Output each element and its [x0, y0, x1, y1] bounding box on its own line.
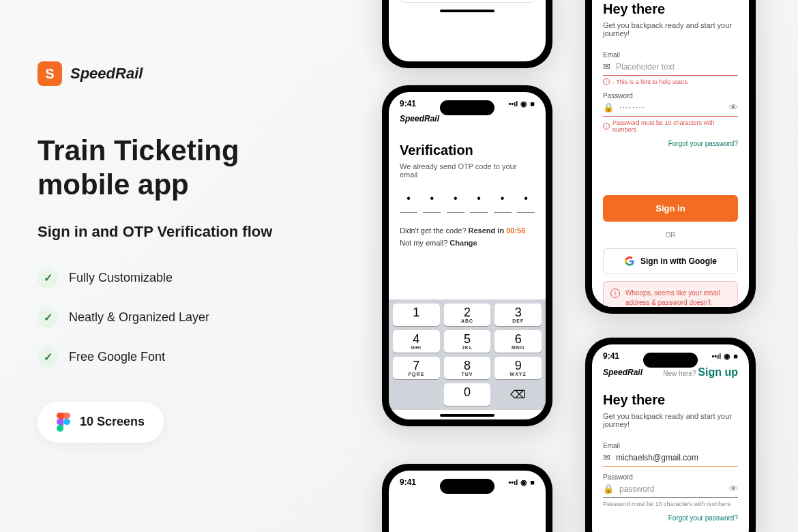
otp-digit[interactable]: • [517, 192, 535, 213]
feature-item: ✓ Free Google Font [38, 347, 338, 368]
alert-icon: ! [610, 289, 620, 298]
email-field[interactable]: ✉ michaelsh@gmail.com [603, 452, 738, 467]
check-icon: ✓ [38, 308, 58, 328]
forgot-password-link[interactable]: Forgot your password? [603, 514, 738, 522]
keypad-key-7[interactable]: 7PQRS [393, 357, 440, 379]
otp-digit[interactable]: • [400, 192, 417, 213]
eye-off-icon[interactable]: 👁 [729, 102, 738, 113]
logo-text: SpeedRail [70, 65, 143, 83]
check-icon: ✓ [38, 347, 58, 368]
otp-digit[interactable]: • [494, 192, 512, 213]
keypad-key-1[interactable]: 1 [393, 304, 440, 326]
google-icon [624, 256, 635, 267]
logo-badge: S [38, 61, 62, 86]
home-indicator [440, 10, 494, 12]
lock-icon: 🔒 [603, 102, 614, 113]
keypad-key-2[interactable]: 2ABC [444, 304, 491, 326]
otp-digit[interactable]: • [447, 192, 464, 213]
password-label: Password [603, 92, 738, 100]
keypad-key-6[interactable]: 6MNO [494, 330, 542, 353]
resend-text: Didn't get the code? Resend in 00:56 [400, 226, 535, 235]
keypad-key-3[interactable]: 3DEF [494, 304, 542, 326]
keypad-key-4[interactable]: 4GHI [393, 330, 440, 353]
feature-item: ✓ Fully Customizable [38, 268, 338, 289]
wifi-icon: ◉ [520, 100, 527, 108]
keypad-key-8[interactable]: 8TUV [444, 357, 491, 379]
backspace-key[interactable]: ⌫ [494, 383, 542, 406]
verification-subtitle: We already send OTP code to your email [400, 162, 535, 179]
email-label: Email [603, 51, 738, 59]
password-hint: Password must be 10 characters with numb… [603, 501, 738, 507]
change-email-text: Not my email? Change [400, 239, 535, 247]
email-hint: !- This is a hint to help users [603, 78, 738, 85]
password-label: Password [603, 473, 738, 481]
mail-icon: ✉ [603, 61, 610, 72]
password-field[interactable]: 🔒 password 👁 [603, 484, 738, 498]
signin-subtitle: Get you backpack ready and start your jo… [603, 412, 738, 428]
app-brand: SpeedRail [603, 368, 642, 377]
lock-icon: 🔒 [603, 484, 614, 494]
signup-prompt: New here? Sign up [663, 366, 738, 379]
verification-title: Verification [400, 143, 535, 158]
forgot-password-link[interactable]: Forgot your password? [603, 140, 738, 147]
keypad-key-5[interactable]: 5JKL [444, 330, 491, 353]
facebook-signin-button[interactable]: f Sign in with Facebook [400, 0, 535, 3]
check-icon: ✓ [38, 268, 58, 289]
eye-off-icon[interactable]: 👁 [729, 484, 738, 494]
or-divider: OR [603, 231, 738, 239]
brand-logo: S SpeedRail [38, 61, 338, 86]
change-link[interactable]: Change [449, 239, 477, 247]
signin-subtitle: Get you backpack ready and start your jo… [603, 21, 738, 38]
signin-title: Hey there [603, 1, 738, 17]
error-banner: ! Whoops, seems like your email address … [603, 281, 738, 307]
numeric-keypad: 1 2ABC3DEF4GHI5JKL6MNO7PQRS8TUV9WXYZ0 ⌫ [389, 299, 546, 410]
signup-link[interactable]: Sign up [698, 366, 738, 378]
password-field[interactable]: 🔒 ········ 👁 [603, 102, 738, 117]
google-signin-button[interactable]: Sign in with Google [603, 248, 738, 274]
screens-badge: 10 Screens [38, 402, 164, 443]
hero-title: Train Ticketingmobile app [38, 134, 338, 203]
signal-icon: ••ıl [509, 100, 518, 108]
hero-subtitle: Sign in and OTP Verification flow [38, 223, 338, 241]
figma-icon [57, 413, 70, 432]
signin-title: Hey there [603, 392, 738, 408]
otp-digit[interactable]: • [423, 192, 441, 213]
email-field[interactable]: ✉ Placeholder text [603, 61, 738, 76]
home-indicator [440, 414, 494, 417]
password-hint: !Password must be 10 characters with num… [603, 119, 738, 133]
keypad-key-0[interactable]: 0 [444, 383, 491, 406]
email-label: Email [603, 442, 738, 449]
mail-icon: ✉ [603, 452, 610, 462]
otp-input-row: • • • • • • [400, 192, 535, 213]
battery-icon: ■ [530, 100, 535, 108]
otp-digit[interactable]: • [470, 192, 488, 213]
feature-item: ✓ Neatly & Organized Layer [38, 308, 338, 328]
signin-button[interactable]: Sign in [603, 195, 738, 222]
keypad-key-9[interactable]: 9WXYZ [494, 357, 542, 379]
